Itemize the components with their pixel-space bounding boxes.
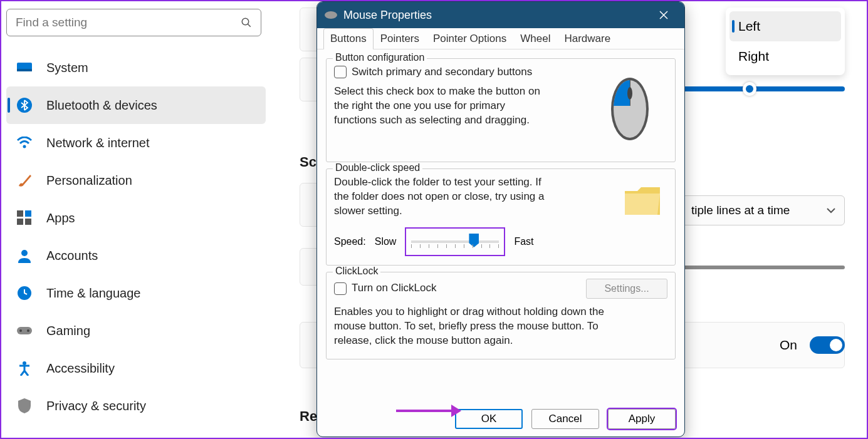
apps-icon <box>16 210 33 226</box>
svg-rect-9 <box>25 219 31 225</box>
system-icon <box>16 59 33 76</box>
sidebar-item-label: Apps <box>46 211 75 225</box>
sidebar-item-bluetooth-devices[interactable]: Bluetooth & devices <box>6 86 266 124</box>
svg-point-10 <box>21 250 28 256</box>
shield-icon <box>16 398 33 414</box>
sidebar-item-gaming[interactable]: Gaming <box>6 312 266 349</box>
button-config-group: Button configuration Switch primary and … <box>326 58 676 162</box>
group-description: Double-click the folder to test your set… <box>334 175 547 219</box>
svg-rect-7 <box>25 210 31 217</box>
sidebar-item-accounts[interactable]: Accounts <box>6 237 266 274</box>
test-folder-icon[interactable] <box>617 175 667 225</box>
search-input[interactable] <box>16 16 241 29</box>
slow-label: Slow <box>375 236 397 247</box>
toggle-row: On <box>780 336 845 354</box>
chevron-down-icon <box>827 207 835 214</box>
group-legend: Button configuration <box>333 52 427 63</box>
pointer-speed-slider[interactable] <box>676 86 845 91</box>
sidebar-item-label: Gaming <box>46 324 90 338</box>
tab-hardware[interactable]: Hardware <box>557 28 617 49</box>
wifi-icon <box>16 135 33 151</box>
dialog-button-row: OK Cancel Apply <box>455 409 676 429</box>
group-legend: ClickLock <box>333 266 380 277</box>
sidebar-item-time-language[interactable]: Time & language <box>6 274 266 312</box>
scroll-mode-dropdown[interactable]: tiple lines at a time <box>682 195 845 225</box>
sidebar-item-label: Privacy & security <box>46 399 146 413</box>
option-right[interactable]: Right <box>729 41 841 71</box>
cancel-button[interactable]: Cancel <box>531 409 599 429</box>
svg-point-14 <box>27 329 29 332</box>
clicklock-settings-button: Settings... <box>586 279 667 299</box>
mouse-icon <box>325 11 337 19</box>
option-left[interactable]: Left <box>729 11 841 41</box>
section-heading: Re <box>300 408 317 425</box>
svg-point-13 <box>19 329 22 332</box>
sidebar-item-label: Network & internet <box>46 136 150 150</box>
speed-label: Speed: <box>334 236 366 247</box>
search-box[interactable] <box>6 9 261 36</box>
dialog-title: Mouse Properties <box>343 9 432 22</box>
toggle-label: On <box>780 338 797 353</box>
mouse-illustration <box>592 65 667 153</box>
checkbox-label: Switch primary and secondary buttons <box>352 65 532 80</box>
group-legend: Double-click speed <box>333 162 422 173</box>
svg-point-15 <box>23 361 26 365</box>
clicklock-group: ClickLock Turn on ClickLock Settings... … <box>326 272 676 359</box>
sidebar-item-label: Accounts <box>46 249 98 263</box>
dialog-tabs: Buttons Pointers Pointer Options Wheel H… <box>317 28 684 49</box>
settings-sidebar: System Bluetooth & devices Network & int… <box>1 1 271 439</box>
toggle-switch[interactable] <box>810 336 845 354</box>
tab-pointer-options[interactable]: Pointer Options <box>426 28 513 49</box>
close-button[interactable] <box>651 2 677 28</box>
sidebar-item-label: System <box>46 61 88 75</box>
ok-button[interactable]: OK <box>455 409 523 429</box>
dialog-body: Button configuration Switch primary and … <box>317 49 684 368</box>
tab-buttons[interactable]: Buttons <box>323 28 374 49</box>
tab-pointers[interactable]: Pointers <box>374 28 426 49</box>
person-icon <box>16 247 33 264</box>
svg-line-1 <box>248 24 251 27</box>
fast-label: Fast <box>514 236 533 247</box>
group-description: Select this check box to make the button… <box>334 85 547 128</box>
svg-rect-6 <box>17 210 23 217</box>
dialog-titlebar[interactable]: Mouse Properties <box>317 2 684 28</box>
mouse-properties-dialog: Mouse Properties Buttons Pointers Pointe… <box>316 1 685 437</box>
sidebar-item-label: Accessibility <box>46 361 115 376</box>
sidebar-item-label: Bluetooth & devices <box>46 98 157 113</box>
sidebar-item-label: Personalization <box>46 173 132 188</box>
sidebar-item-personalization[interactable]: Personalization <box>6 162 266 199</box>
svg-rect-3 <box>17 69 32 71</box>
switch-buttons-checkbox[interactable] <box>334 66 347 78</box>
primary-button-dropdown[interactable]: Left Right <box>726 8 845 75</box>
slider-track[interactable] <box>682 266 845 269</box>
sidebar-item-apps[interactable]: Apps <box>6 199 266 237</box>
sidebar-item-system[interactable]: System <box>6 49 266 86</box>
group-description: Enables you to highlight or drag without… <box>334 305 635 348</box>
sidebar-item-accessibility[interactable]: Accessibility <box>6 349 266 387</box>
sidebar-item-label: Time & language <box>46 286 140 301</box>
svg-rect-12 <box>17 327 32 334</box>
tab-wheel[interactable]: Wheel <box>513 28 557 49</box>
sidebar-item-privacy[interactable]: Privacy & security <box>6 387 266 425</box>
close-icon <box>659 11 668 19</box>
checkbox-label: Turn on ClickLock <box>352 281 436 296</box>
gamepad-icon <box>16 323 33 339</box>
svg-rect-8 <box>17 219 23 225</box>
sidebar-item-network[interactable]: Network & internet <box>6 124 266 162</box>
svg-point-5 <box>23 145 26 148</box>
accessibility-icon <box>16 360 33 376</box>
svg-point-0 <box>242 18 249 25</box>
clicklock-checkbox[interactable] <box>334 282 347 295</box>
brush-icon <box>16 172 33 189</box>
double-click-group: Double-click speed Double-click the fold… <box>326 168 676 266</box>
search-icon <box>241 17 252 28</box>
double-click-speed-slider[interactable] <box>405 227 505 256</box>
apply-button[interactable]: Apply <box>608 409 676 429</box>
bluetooth-icon <box>16 97 33 113</box>
svg-point-18 <box>627 87 632 100</box>
slider-thumb[interactable] <box>743 82 756 96</box>
clock-icon <box>16 285 33 301</box>
